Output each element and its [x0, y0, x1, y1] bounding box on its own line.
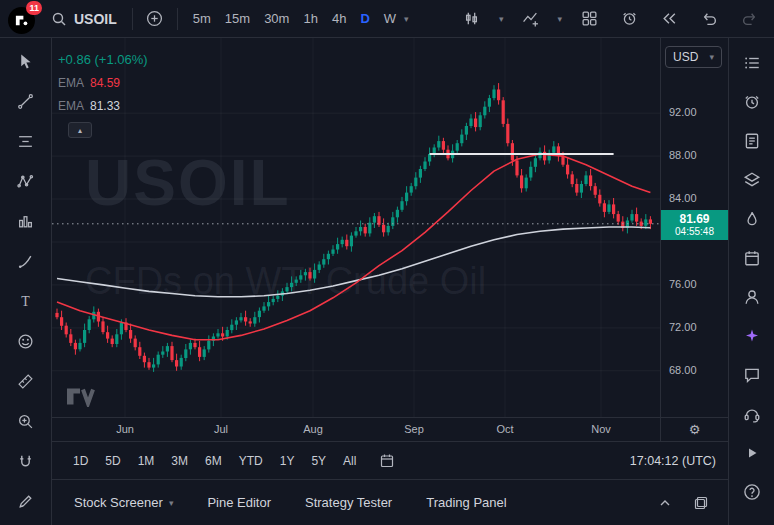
help-button[interactable] — [739, 479, 765, 505]
chat-button[interactable] — [739, 362, 765, 388]
legend-collapse-button[interactable]: ▴ — [68, 122, 92, 138]
watchlist-icon — [743, 54, 761, 72]
ai-assistant-button[interactable] — [739, 323, 765, 349]
interval-menu-caret-icon[interactable]: ▾ — [404, 14, 409, 24]
logo-menu-button[interactable]: 11 — [8, 5, 36, 33]
utc-clock[interactable]: 17:04:12 (UTC) — [630, 454, 716, 468]
indicators-button[interactable] — [517, 6, 543, 32]
ideas-button[interactable] — [739, 284, 765, 310]
range-ytd-button[interactable]: YTD — [232, 451, 270, 471]
chart-style-button[interactable] — [459, 6, 485, 32]
brush-icon — [17, 253, 34, 270]
shows-button[interactable] — [739, 440, 765, 466]
alert-clock-icon — [621, 10, 638, 27]
notepad-icon — [743, 132, 761, 150]
interval-5m[interactable]: 5m — [187, 7, 217, 30]
hotlists-button[interactable] — [739, 206, 765, 232]
fib-retracement-tool-button[interactable] — [11, 126, 41, 156]
layers-icon — [743, 171, 761, 189]
panel-maximize-button[interactable] — [688, 490, 714, 516]
compare-add-button[interactable] — [142, 6, 168, 32]
go-to-date-button[interactable] — [374, 448, 400, 474]
interval-4h[interactable]: 4h — [326, 7, 352, 30]
range-1d-button[interactable]: 1D — [66, 451, 95, 471]
range-6m-button[interactable]: 6M — [198, 451, 229, 471]
bar-countdown: 04:55:48 — [661, 226, 728, 238]
range-5y-button[interactable]: 5Y — [304, 451, 333, 471]
text-tool-icon: T — [17, 293, 34, 310]
alert-button[interactable] — [616, 6, 642, 32]
price-axis[interactable]: USD ▾ 92.0088.0084.0076.0072.0068.00 81.… — [660, 38, 728, 417]
interval-group: 5m 15m 30m 1h 4h D W ▾ — [187, 7, 409, 30]
interval-15m[interactable]: 15m — [219, 7, 256, 30]
interval-1h[interactable]: 1h — [297, 7, 323, 30]
interval-30m[interactable]: 30m — [258, 7, 295, 30]
last-price-value: 81.69 — [661, 212, 728, 226]
tab-pine-editor[interactable]: Pine Editor — [207, 495, 271, 510]
trend-line-tool-button[interactable] — [11, 86, 41, 116]
ema-slow-legend[interactable]: EMA 81.33 — [58, 94, 148, 117]
person-icon — [743, 288, 761, 306]
price-axis-label: 92.00 — [669, 106, 697, 118]
time-axis-label: Sep — [399, 423, 429, 435]
indicators-icon — [522, 10, 539, 27]
object-tree-button[interactable] — [739, 167, 765, 193]
cursor-tool-button[interactable] — [11, 46, 41, 76]
tab-trading-panel[interactable]: Trading Panel — [426, 495, 506, 510]
replay-button[interactable] — [656, 6, 682, 32]
tab-strategy-tester[interactable]: Strategy Tester — [305, 495, 392, 510]
symbol-search-button[interactable]: USOIL — [45, 7, 123, 31]
flame-icon — [743, 210, 761, 228]
time-axis-label: Oct — [490, 423, 520, 435]
brush-tool-button[interactable] — [11, 246, 41, 276]
undo-icon — [701, 10, 718, 27]
panel-collapse-button[interactable] — [652, 490, 678, 516]
support-button[interactable] — [739, 401, 765, 427]
range-all-button[interactable]: All — [336, 451, 363, 471]
replay-icon — [661, 10, 678, 27]
watchlist-button[interactable] — [739, 50, 765, 76]
alerts-panel-button[interactable] — [739, 89, 765, 115]
time-axis[interactable]: JunJulAugSepOctNov ⚙ — [52, 417, 728, 441]
text-tool-button[interactable]: T — [11, 286, 41, 316]
calendar-button[interactable] — [739, 245, 765, 271]
interval-1d[interactable]: D — [354, 7, 375, 30]
trend-line-icon — [17, 93, 34, 110]
prediction-tool-button[interactable] — [11, 206, 41, 236]
time-axis-label: Aug — [298, 423, 328, 435]
search-icon — [51, 11, 67, 27]
toolbar-divider — [177, 8, 178, 30]
cursor-icon — [17, 53, 34, 70]
chart-area[interactable]: USOIL CFDs on WTI Crude Oil +0.86 (+1.06… — [52, 38, 728, 417]
chart-legend: +0.86 (+1.06%) EMA 84.59 EMA 81.33 ▴ — [58, 48, 148, 138]
pattern-tool-button[interactable] — [11, 166, 41, 196]
range-3m-button[interactable]: 3M — [164, 451, 195, 471]
indicators-caret-icon[interactable]: ▾ — [557, 14, 562, 24]
fib-retracement-icon — [17, 133, 34, 150]
currency-selector[interactable]: USD ▾ — [665, 46, 722, 68]
tab-stock-screener[interactable]: Stock Screener ▾ — [74, 495, 173, 510]
alarm-clock-icon — [743, 93, 761, 111]
news-button[interactable] — [739, 128, 765, 154]
range-1m-button[interactable]: 1M — [131, 451, 162, 471]
redo-button[interactable] — [736, 6, 762, 32]
measure-tool-button[interactable] — [11, 366, 41, 396]
ema-fast-legend[interactable]: EMA 84.59 — [58, 71, 148, 94]
edit-tool-button[interactable] — [11, 486, 41, 516]
range-1y-button[interactable]: 1Y — [273, 451, 302, 471]
chart-style-caret-icon[interactable]: ▾ — [499, 14, 504, 24]
magnet-tool-button[interactable] — [11, 446, 41, 476]
last-price-badge[interactable]: 81.69 04:55:48 — [661, 210, 728, 240]
zoom-tool-button[interactable] — [11, 406, 41, 436]
toolbar-right-group: ▾ ▾ — [459, 6, 766, 32]
emoji-tool-button[interactable] — [11, 326, 41, 356]
price-axis-label: 72.00 — [669, 321, 697, 333]
play-icon — [744, 445, 760, 461]
axis-settings-button[interactable]: ⚙ — [660, 418, 728, 441]
range-5d-button[interactable]: 5D — [98, 451, 127, 471]
undo-button[interactable] — [696, 6, 722, 32]
drawing-toolbar: T — [0, 38, 52, 525]
layout-grid-button[interactable] — [576, 6, 602, 32]
interval-1w[interactable]: W — [378, 7, 402, 30]
plus-circle-icon — [146, 10, 163, 27]
